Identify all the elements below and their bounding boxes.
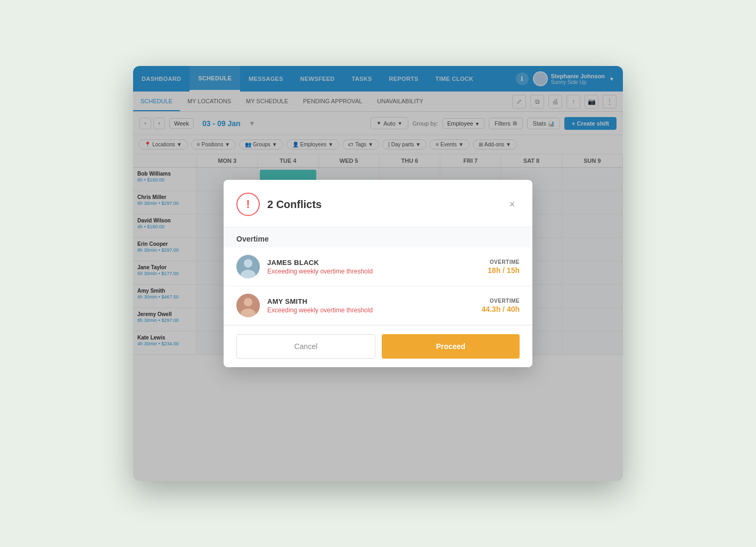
modal-header: ! 2 Conflicts × — [224, 180, 532, 227]
section-title: Overtime — [224, 227, 532, 247]
conflict-item-amy: AMY SMITH Exceeding weekly overtime thre… — [224, 286, 532, 325]
hours-value-amy: 44.3h / 40h — [481, 305, 520, 313]
modal-title: 2 Conflicts — [267, 198, 322, 211]
close-button[interactable]: × — [505, 197, 520, 212]
conflicts-modal: ! 2 Conflicts × Overtime — [224, 180, 532, 367]
modal-body: Overtime JAMES BLACK Exceeding weekly ov… — [224, 227, 532, 325]
modal-overlay: ! 2 Conflicts × Overtime — [133, 66, 623, 481]
conflict-warning-icon: ! — [236, 193, 260, 216]
cancel-button[interactable]: Cancel — [236, 334, 375, 359]
conflict-hours-amy: OVERTIME 44.3h / 40h — [481, 298, 520, 313]
conflict-info-amy: AMY SMITH Exceeding weekly overtime thre… — [267, 297, 474, 314]
hours-value-james: 18h / 15h — [488, 266, 520, 275]
james-avatar-image — [236, 255, 260, 278]
browser-window: DASHBOARD SCHEDULE MESSAGES NEWSFEED TAS… — [133, 66, 623, 481]
conflict-desc-amy: Exceeding weekly overtime threshold — [267, 306, 474, 314]
conflict-hours-james: OVERTIME 18h / 15h — [488, 259, 520, 275]
avatar-amy — [236, 294, 260, 317]
overtime-label-amy: OVERTIME — [481, 298, 520, 304]
svg-point-1 — [244, 259, 252, 268]
conflict-item-james: JAMES BLACK Exceeding weekly overtime th… — [224, 247, 532, 286]
conflict-name-amy: AMY SMITH — [267, 297, 474, 305]
conflict-name-james: JAMES BLACK — [267, 259, 480, 267]
proceed-button[interactable]: Proceed — [382, 334, 520, 359]
modal-footer: Cancel Proceed — [224, 325, 532, 367]
amy-avatar-image — [236, 294, 260, 317]
conflict-info-james: JAMES BLACK Exceeding weekly overtime th… — [267, 259, 480, 275]
svg-point-4 — [244, 298, 252, 306]
conflict-desc-james: Exceeding weekly overtime threshold — [267, 268, 480, 275]
avatar-james — [236, 255, 260, 278]
overtime-label-james: OVERTIME — [488, 259, 520, 265]
